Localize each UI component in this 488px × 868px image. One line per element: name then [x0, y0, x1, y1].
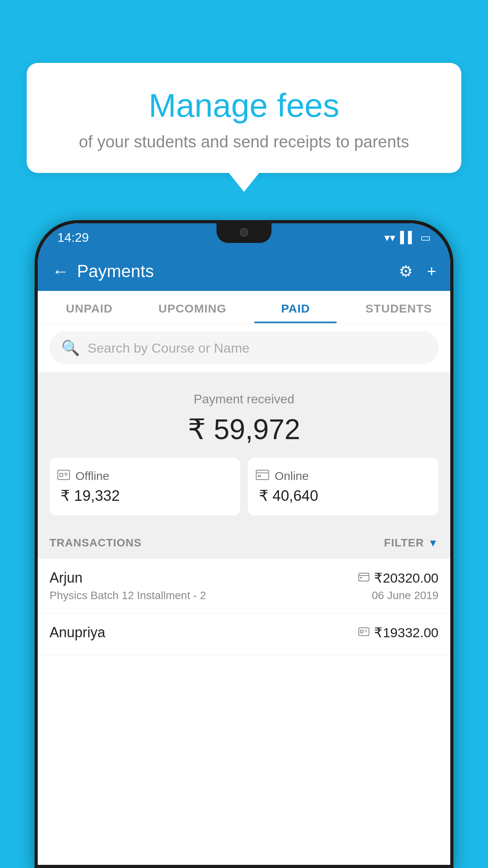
offline-label: Offline: [75, 469, 109, 483]
svg-rect-11: [360, 630, 363, 633]
svg-rect-4: [256, 470, 269, 480]
search-bar[interactable]: 🔍 Search by Course or Name: [50, 331, 438, 364]
payment-cards: Offline ₹ 19,332: [50, 458, 438, 515]
wifi-icon: ▾▾: [384, 231, 395, 244]
signal-icon: ▌▌: [400, 231, 416, 244]
filter-button[interactable]: FILTER ▼: [384, 537, 438, 549]
battery-icon: ▭: [420, 231, 431, 244]
app-bar-title: Payments: [77, 261, 399, 281]
offline-amount: ₹ 19,332: [57, 487, 232, 504]
transaction-row1: Arjun ₹20320.00: [50, 570, 438, 586]
online-amount: ₹ 40,640: [256, 487, 431, 504]
transaction-row1: Anupriya ₹19332.00: [50, 624, 438, 641]
transaction-amount: ₹19332.00: [374, 625, 438, 640]
bubble-subtitle: of your students and send receipts to pa…: [46, 132, 442, 151]
online-card: Online ₹ 40,640: [248, 458, 438, 515]
settings-icon[interactable]: ⚙: [399, 262, 413, 280]
card-icon: [256, 469, 269, 483]
payment-total-amount: ₹ 59,972: [50, 413, 438, 446]
transaction-course: Physics Batch 12 Installment - 2: [50, 589, 206, 602]
table-row[interactable]: Anupriya ₹19332.00: [38, 613, 450, 655]
transactions-header: TRANSACTIONS FILTER ▼: [38, 527, 450, 559]
app-bar-actions: ⚙ +: [399, 262, 436, 280]
tab-students[interactable]: STUDENTS: [347, 291, 451, 323]
svg-rect-9: [360, 577, 362, 578]
cash-icon: [57, 469, 70, 483]
transaction-name: Anupriya: [50, 624, 105, 641]
offline-card-header: Offline: [57, 469, 232, 483]
transaction-amount: ₹20320.00: [374, 570, 438, 586]
transaction-amount-row: ₹20320.00: [358, 570, 438, 586]
cash-payment-icon: [358, 626, 369, 639]
speech-bubble: Manage fees of your students and send re…: [27, 63, 461, 173]
search-container: 🔍 Search by Course or Name: [38, 324, 450, 372]
card-payment-icon: [358, 572, 369, 584]
back-button[interactable]: ←: [52, 261, 69, 281]
payment-summary: Payment received ₹ 59,972: [38, 372, 450, 527]
transaction-name: Arjun: [50, 570, 83, 586]
transaction-row2: Physics Batch 12 Installment - 2 06 June…: [50, 589, 438, 602]
transaction-amount-row: ₹19332.00: [358, 625, 438, 640]
offline-card: Offline ₹ 19,332: [50, 458, 240, 515]
transactions-list: Arjun ₹20320.00: [38, 559, 450, 865]
search-icon: 🔍: [61, 339, 80, 357]
payment-received-label: Payment received: [50, 392, 438, 406]
transactions-label: TRANSACTIONS: [50, 537, 141, 549]
front-camera: [240, 228, 248, 237]
transaction-date: 06 June 2019: [372, 589, 438, 602]
table-row[interactable]: Arjun ₹20320.00: [38, 559, 450, 613]
phone-notch: [216, 223, 272, 243]
status-icons: ▾▾ ▌▌ ▭: [384, 231, 431, 244]
app-bar: ← Payments ⚙ +: [38, 252, 450, 291]
tab-paid[interactable]: PAID: [244, 291, 347, 323]
phone-screen: 14:29 ▾▾ ▌▌ ▭ ← Payments ⚙ + UNPAID UPCO…: [38, 223, 450, 865]
screen-content: 🔍 Search by Course or Name Payment recei…: [38, 324, 450, 865]
filter-icon: ▼: [428, 537, 438, 549]
svg-rect-7: [359, 573, 369, 581]
phone-frame: 14:29 ▾▾ ▌▌ ▭ ← Payments ⚙ + UNPAID UPCO…: [35, 220, 453, 868]
status-time: 14:29: [57, 230, 89, 245]
add-icon[interactable]: +: [427, 263, 436, 280]
online-card-header: Online: [256, 469, 431, 483]
online-label: Online: [275, 469, 309, 483]
tabs-bar: UNPAID UPCOMING PAID STUDENTS: [38, 291, 450, 324]
svg-rect-6: [258, 475, 261, 477]
svg-rect-1: [60, 473, 63, 476]
search-placeholder: Search by Course or Name: [88, 340, 250, 356]
tab-unpaid[interactable]: UNPAID: [38, 291, 141, 323]
bubble-title: Manage fees: [46, 86, 442, 125]
tab-upcoming[interactable]: UPCOMING: [141, 291, 244, 323]
